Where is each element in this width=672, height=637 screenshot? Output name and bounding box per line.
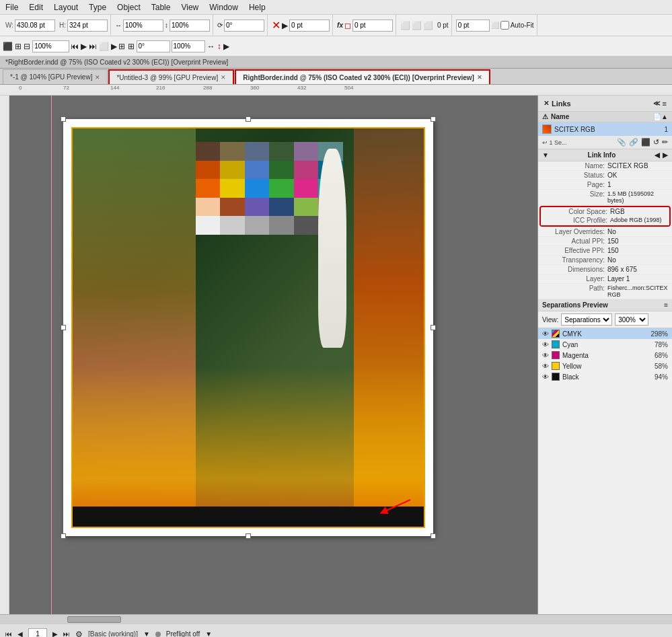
align-spread-icon[interactable]: ⊞ <box>118 41 125 50</box>
stroke-input[interactable] <box>352 20 393 32</box>
align-right-icon[interactable]: ⬜ <box>423 21 433 30</box>
menu-edit[interactable]: Edit <box>29 3 43 12</box>
menu-help[interactable]: Help <box>249 3 266 12</box>
menu-file[interactable]: File <box>5 3 18 12</box>
sep-eye-black[interactable]: 👁 <box>542 373 549 381</box>
ruler-horizontal: 0 72 144 216 288 360 432 504 <box>0 85 672 96</box>
align-distribute: ⊞ ⊞ <box>118 40 170 52</box>
panel-menu-btn[interactable]: ≡ <box>663 100 667 108</box>
rotate-input[interactable] <box>224 20 264 32</box>
sep-menu-btn[interactable]: ≡ <box>664 301 668 309</box>
tab-2[interactable]: *Untitled-3 @ 99% [GPU Preview] ✕ <box>108 69 234 84</box>
align-center-icon[interactable]: ⬜ <box>412 21 422 30</box>
flip-h-icon[interactable]: ↔ <box>207 41 215 50</box>
link-info-right-btn[interactable]: ▶ <box>663 151 668 159</box>
link-info-expand[interactable]: ▼ <box>542 151 549 159</box>
content-icon3[interactable]: ⏭ <box>89 42 97 51</box>
canvas-area[interactable] <box>9 96 537 614</box>
x-pos-input[interactable] <box>289 20 330 32</box>
zoom-pct-input[interactable] <box>456 20 490 32</box>
menu-view[interactable]: View <box>181 3 198 12</box>
tab-2-close[interactable]: ✕ <box>221 74 226 81</box>
frame-fit-icon[interactable]: ⬛ <box>3 41 13 50</box>
sep-row-cyan[interactable]: 👁 Cyan 78% <box>538 339 672 350</box>
guide-line-left <box>51 96 52 614</box>
autofit-checkbox[interactable] <box>500 21 509 30</box>
menu-table[interactable]: Table <box>151 3 171 12</box>
handle-mr[interactable] <box>431 325 436 330</box>
rotate2-input[interactable] <box>137 40 170 52</box>
sep-eye-cyan[interactable]: 👁 <box>542 341 549 348</box>
scrollbar-horizontal[interactable] <box>0 614 672 624</box>
prev-page-btn[interactable]: ⏮ <box>5 630 12 637</box>
sep-eye-magenta[interactable]: 👁 <box>542 352 549 359</box>
page-number-input[interactable] <box>28 628 47 638</box>
flip-tools: ↔ ↕ ▶ <box>172 40 229 52</box>
flip-v-icon[interactable]: ↕ <box>217 41 221 50</box>
frame-center-icon[interactable]: ⊞ <box>15 41 22 50</box>
link-info-rows: Name: SCITEX RGB Status: OK Page: 1 Size… <box>538 161 672 299</box>
image-frame[interactable] <box>71 127 425 528</box>
tab-3[interactable]: RightBorder.indd @ 75% (ISO Coated v2 30… <box>235 69 490 84</box>
links-panel-header: ✕ Links ≪ ≡ <box>538 96 672 112</box>
next-btn[interactable]: ▶ <box>52 630 58 637</box>
tab-1[interactable]: *-1 @ 104% [GPU Preview] ✕ <box>3 69 108 84</box>
menu-window[interactable]: Window <box>209 3 238 12</box>
handle-tm[interactable] <box>246 116 251 122</box>
panel-close-btn[interactable]: ✕ <box>544 100 549 107</box>
content-icon2[interactable]: ▶ <box>81 42 87 51</box>
tab-3-close[interactable]: ✕ <box>477 74 482 81</box>
scale2-input[interactable] <box>172 40 205 52</box>
height-input[interactable] <box>67 20 108 32</box>
sep-row-yellow[interactable]: 👁 Yellow 58% <box>538 361 672 371</box>
content-icon4[interactable]: ⬜ <box>99 42 109 51</box>
scrollbar-thumb[interactable] <box>67 616 121 623</box>
menu-type[interactable]: Type <box>89 3 106 12</box>
handle-ml[interactable] <box>61 325 66 330</box>
update-link-btn[interactable]: 🔗 <box>629 138 638 147</box>
links-row-scitex[interactable]: SCITEX RGB 1 <box>538 122 672 136</box>
handle-tl[interactable] <box>61 116 66 122</box>
arrow2-icon[interactable]: ▶ <box>223 41 229 50</box>
handle-tr[interactable] <box>431 116 436 122</box>
prev-btn[interactable]: ◀ <box>17 630 23 637</box>
sep-row-black[interactable]: 👁 Black 94% <box>538 371 672 382</box>
go-to-link-btn[interactable]: 📎 <box>617 138 626 147</box>
preflight-dropdown[interactable]: ▼ <box>205 630 212 637</box>
width-input[interactable] <box>15 20 55 32</box>
page-style-dropdown[interactable]: ▼ <box>143 630 150 637</box>
sep-name-black: Black <box>562 373 645 381</box>
content-icon5[interactable]: ▶ <box>111 42 117 51</box>
tab-1-close[interactable]: ✕ <box>95 74 100 81</box>
frame-scale-input[interactable] <box>32 40 69 52</box>
edit-btn[interactable]: ✏ <box>662 138 668 147</box>
sep-row-cmyk[interactable]: 👁 CMYK 298% <box>538 328 672 339</box>
sep-eye-yellow[interactable]: 👁 <box>542 363 549 370</box>
menu-layout[interactable]: Layout <box>54 3 78 12</box>
handle-bm[interactable] <box>246 533 251 539</box>
ruler-tick-144: 144 <box>110 85 119 91</box>
relink-btn[interactable]: ↩ 1 Se... <box>542 139 567 146</box>
scale-frame-icon[interactable]: ⊟ <box>24 41 30 50</box>
distribute-icon[interactable]: ⊞ <box>128 41 135 50</box>
link-info-left-btn[interactable]: ◀ <box>655 151 660 159</box>
handle-br[interactable] <box>431 533 436 539</box>
sep-color-magenta <box>552 351 560 359</box>
nav-settings-btn[interactable]: ⚙ <box>75 630 83 638</box>
next-page-btn[interactable]: ⏭ <box>63 630 70 637</box>
panel-expand-btn[interactable]: ≪ <box>653 100 660 108</box>
preflight-label[interactable]: Preflight off <box>166 630 200 637</box>
scale-h-input[interactable] <box>170 20 210 32</box>
embed-link-btn[interactable]: ⬛ <box>641 138 650 147</box>
scale-w-input[interactable] <box>123 20 163 32</box>
align-left-icon[interactable]: ⬜ <box>400 21 410 30</box>
handle-bl[interactable] <box>61 533 66 539</box>
zoom-select[interactable]: 300% <box>615 313 648 326</box>
unembed-link-btn[interactable]: ↺ <box>653 138 659 147</box>
view-select[interactable]: Separations <box>561 313 612 326</box>
zoom-label: 0 pt <box>437 22 449 29</box>
sep-eye-cmyk[interactable]: 👁 <box>542 330 549 338</box>
content-icon1[interactable]: ⏮ <box>71 42 79 51</box>
sep-row-magenta[interactable]: 👁 Magenta 68% <box>538 350 672 361</box>
menu-object[interactable]: Object <box>117 3 141 12</box>
